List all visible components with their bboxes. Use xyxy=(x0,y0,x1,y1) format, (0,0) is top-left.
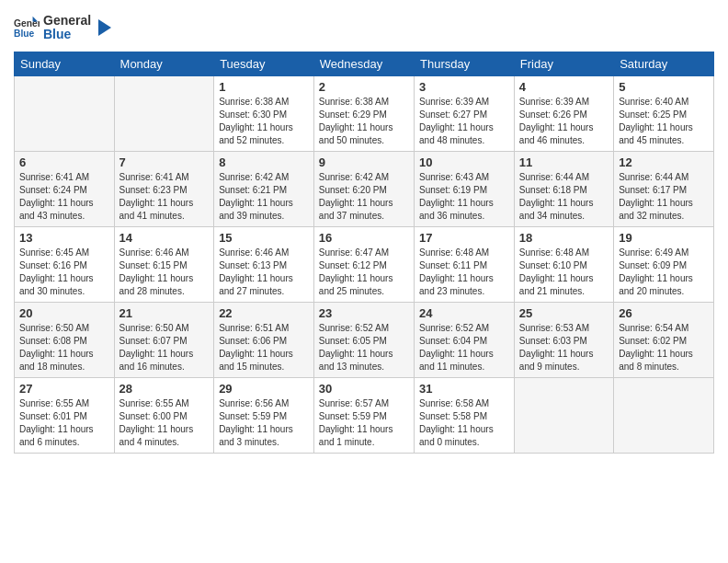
day-number: 5 xyxy=(619,80,709,94)
day-number: 10 xyxy=(419,155,509,169)
day-info: Sunrise: 6:43 AMSunset: 6:19 PMDaylight:… xyxy=(419,171,509,223)
week-row-4: 20Sunrise: 6:50 AMSunset: 6:08 PMDayligh… xyxy=(15,302,714,377)
day-info: Sunrise: 6:50 AMSunset: 6:08 PMDaylight:… xyxy=(19,322,109,373)
calendar-cell xyxy=(514,377,613,453)
calendar-cell: 3Sunrise: 6:39 AMSunset: 6:27 PMDaylight… xyxy=(415,75,515,151)
calendar-cell: 23Sunrise: 6:52 AMSunset: 6:05 PMDayligh… xyxy=(313,302,414,377)
week-row-2: 6Sunrise: 6:41 AMSunset: 6:24 PMDaylight… xyxy=(15,151,714,226)
calendar-cell: 28Sunrise: 6:55 AMSunset: 6:00 PMDayligh… xyxy=(114,377,214,453)
day-number: 19 xyxy=(619,231,709,245)
calendar-cell: 9Sunrise: 6:42 AMSunset: 6:20 PMDaylight… xyxy=(313,151,414,226)
day-info: Sunrise: 6:49 AMSunset: 6:09 PMDaylight:… xyxy=(619,247,709,298)
weekday-header-monday: Monday xyxy=(114,52,214,75)
calendar-cell: 2Sunrise: 6:38 AMSunset: 6:29 PMDaylight… xyxy=(313,75,414,151)
calendar-cell: 1Sunrise: 6:38 AMSunset: 6:30 PMDaylight… xyxy=(214,75,314,151)
day-number: 27 xyxy=(19,382,109,396)
day-number: 7 xyxy=(119,155,210,169)
day-info: Sunrise: 6:46 AMSunset: 6:13 PMDaylight:… xyxy=(219,247,309,298)
day-info: Sunrise: 6:44 AMSunset: 6:18 PMDaylight:… xyxy=(519,171,609,223)
calendar-cell xyxy=(15,75,115,151)
day-number: 21 xyxy=(119,306,210,320)
week-row-5: 27Sunrise: 6:55 AMSunset: 6:01 PMDayligh… xyxy=(15,377,714,453)
calendar-cell: 22Sunrise: 6:51 AMSunset: 6:06 PMDayligh… xyxy=(214,302,314,377)
calendar-body: 1Sunrise: 6:38 AMSunset: 6:30 PMDaylight… xyxy=(15,75,714,453)
calendar-cell: 15Sunrise: 6:46 AMSunset: 6:13 PMDayligh… xyxy=(214,226,314,302)
day-info: Sunrise: 6:41 AMSunset: 6:23 PMDaylight:… xyxy=(119,171,210,223)
calendar-cell: 27Sunrise: 6:55 AMSunset: 6:01 PMDayligh… xyxy=(15,377,115,453)
logo-blue: Blue xyxy=(43,28,91,41)
day-info: Sunrise: 6:38 AMSunset: 6:29 PMDaylight:… xyxy=(319,96,409,147)
day-number: 3 xyxy=(419,80,509,94)
weekday-header-wednesday: Wednesday xyxy=(313,52,414,75)
calendar-cell: 6Sunrise: 6:41 AMSunset: 6:24 PMDaylight… xyxy=(15,151,115,226)
day-info: Sunrise: 6:39 AMSunset: 6:27 PMDaylight:… xyxy=(419,96,509,147)
day-number: 30 xyxy=(319,382,409,396)
day-info: Sunrise: 6:53 AMSunset: 6:03 PMDaylight:… xyxy=(519,322,609,373)
day-info: Sunrise: 6:51 AMSunset: 6:06 PMDaylight:… xyxy=(219,322,309,373)
day-number: 23 xyxy=(319,306,409,320)
svg-text:Blue: Blue xyxy=(14,29,35,40)
weekday-header-thursday: Thursday xyxy=(415,52,515,75)
day-info: Sunrise: 6:52 AMSunset: 6:05 PMDaylight:… xyxy=(319,322,409,373)
day-number: 2 xyxy=(319,80,409,94)
day-info: Sunrise: 6:50 AMSunset: 6:07 PMDaylight:… xyxy=(119,322,210,373)
day-number: 16 xyxy=(319,231,409,245)
calendar-cell: 16Sunrise: 6:47 AMSunset: 6:12 PMDayligh… xyxy=(313,226,414,302)
calendar-cell: 31Sunrise: 6:58 AMSunset: 5:58 PMDayligh… xyxy=(415,377,515,453)
calendar-cell: 5Sunrise: 6:40 AMSunset: 6:25 PMDaylight… xyxy=(614,75,714,151)
day-number: 6 xyxy=(19,155,109,169)
day-number: 18 xyxy=(519,231,609,245)
day-info: Sunrise: 6:40 AMSunset: 6:25 PMDaylight:… xyxy=(619,96,709,147)
weekday-header-sunday: Sunday xyxy=(15,52,115,75)
day-info: Sunrise: 6:45 AMSunset: 6:16 PMDaylight:… xyxy=(19,247,109,298)
day-info: Sunrise: 6:55 AMSunset: 6:01 PMDaylight:… xyxy=(19,397,109,449)
weekday-header-friday: Friday xyxy=(514,52,613,75)
calendar-cell: 29Sunrise: 6:56 AMSunset: 5:59 PMDayligh… xyxy=(214,377,314,453)
day-info: Sunrise: 6:57 AMSunset: 5:59 PMDaylight:… xyxy=(319,397,409,449)
logo: General Blue General Blue xyxy=(14,14,113,42)
calendar-cell: 20Sunrise: 6:50 AMSunset: 6:08 PMDayligh… xyxy=(15,302,115,377)
day-info: Sunrise: 6:47 AMSunset: 6:12 PMDaylight:… xyxy=(319,247,409,298)
day-number: 25 xyxy=(519,306,609,320)
calendar-cell: 18Sunrise: 6:48 AMSunset: 6:10 PMDayligh… xyxy=(514,226,613,302)
day-number: 12 xyxy=(619,155,709,169)
calendar-cell: 11Sunrise: 6:44 AMSunset: 6:18 PMDayligh… xyxy=(514,151,613,226)
day-info: Sunrise: 6:52 AMSunset: 6:04 PMDaylight:… xyxy=(419,322,509,373)
day-info: Sunrise: 6:44 AMSunset: 6:17 PMDaylight:… xyxy=(619,171,709,223)
calendar-cell: 10Sunrise: 6:43 AMSunset: 6:19 PMDayligh… xyxy=(415,151,515,226)
day-number: 4 xyxy=(519,80,609,94)
day-number: 29 xyxy=(219,382,309,396)
day-number: 22 xyxy=(219,306,309,320)
calendar-cell: 4Sunrise: 6:39 AMSunset: 6:26 PMDaylight… xyxy=(514,75,613,151)
day-number: 15 xyxy=(219,231,309,245)
calendar-cell: 24Sunrise: 6:52 AMSunset: 6:04 PMDayligh… xyxy=(415,302,515,377)
svg-marker-4 xyxy=(98,19,111,36)
day-number: 14 xyxy=(119,231,210,245)
day-number: 26 xyxy=(619,306,709,320)
calendar-cell xyxy=(614,377,714,453)
day-info: Sunrise: 6:38 AMSunset: 6:30 PMDaylight:… xyxy=(219,96,309,147)
day-info: Sunrise: 6:46 AMSunset: 6:15 PMDaylight:… xyxy=(119,247,210,298)
day-number: 8 xyxy=(219,155,309,169)
day-info: Sunrise: 6:48 AMSunset: 6:11 PMDaylight:… xyxy=(419,247,509,298)
calendar-cell: 14Sunrise: 6:46 AMSunset: 6:15 PMDayligh… xyxy=(114,226,214,302)
calendar-cell: 12Sunrise: 6:44 AMSunset: 6:17 PMDayligh… xyxy=(614,151,714,226)
day-number: 9 xyxy=(319,155,409,169)
day-info: Sunrise: 6:39 AMSunset: 6:26 PMDaylight:… xyxy=(519,96,609,147)
logo-icon: General Blue xyxy=(14,15,40,40)
day-info: Sunrise: 6:55 AMSunset: 6:00 PMDaylight:… xyxy=(119,397,210,449)
calendar-cell: 25Sunrise: 6:53 AMSunset: 6:03 PMDayligh… xyxy=(514,302,613,377)
day-info: Sunrise: 6:42 AMSunset: 6:20 PMDaylight:… xyxy=(319,171,409,223)
day-info: Sunrise: 6:58 AMSunset: 5:58 PMDaylight:… xyxy=(419,397,509,449)
day-number: 1 xyxy=(219,80,309,94)
day-number: 31 xyxy=(419,382,509,396)
day-info: Sunrise: 6:48 AMSunset: 6:10 PMDaylight:… xyxy=(519,247,609,298)
day-info: Sunrise: 6:42 AMSunset: 6:21 PMDaylight:… xyxy=(219,171,309,223)
week-row-1: 1Sunrise: 6:38 AMSunset: 6:30 PMDaylight… xyxy=(15,75,714,151)
calendar-cell: 13Sunrise: 6:45 AMSunset: 6:16 PMDayligh… xyxy=(15,226,115,302)
calendar-cell: 7Sunrise: 6:41 AMSunset: 6:23 PMDaylight… xyxy=(114,151,214,226)
day-info: Sunrise: 6:41 AMSunset: 6:24 PMDaylight:… xyxy=(19,171,109,223)
day-number: 11 xyxy=(519,155,609,169)
calendar-cell: 8Sunrise: 6:42 AMSunset: 6:21 PMDaylight… xyxy=(214,151,314,226)
day-number: 17 xyxy=(419,231,509,245)
